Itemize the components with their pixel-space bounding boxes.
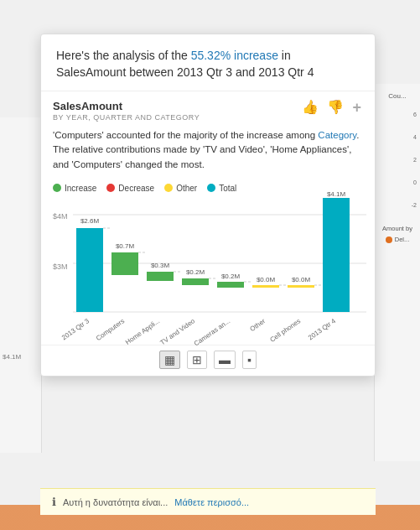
info-text: Αυτή η δυνατότητα είναι... [63,497,168,507]
view-btn-waterfall[interactable]: ▦ [159,351,180,369]
bar-cellphones [288,285,314,288]
category-link[interactable]: Category [318,130,356,140]
tooltip-header: Here's the analysis of the 55.32% increa… [41,34,375,91]
axis-val-neg2: -2 [412,202,417,208]
x-label-cell: Cell phones [268,317,302,344]
legend-decrease-label: Decrease [118,184,154,193]
chart-title-block: SalesAmount BY YEAR, QUARTER AND CATEGOR… [53,100,200,122]
bar-label-computers-val: $0.7M [116,242,135,250]
bar-label-qtr3-val: $2.6M [80,217,100,225]
axis-val-2: 2 [413,157,417,163]
chart-legend: Increase Decrease Other Total [41,180,375,198]
left-axis-label: $4.1M [3,353,21,361]
del-dot [386,236,392,243]
bar-cameras [217,282,244,288]
y-label-4m: $4M [53,212,68,221]
bar-home-appli [147,272,174,281]
legend-decrease: Decrease [106,184,154,193]
x-label-tv: TV and Video [158,317,196,346]
bar-computers [111,252,138,275]
increase-dot [53,184,61,192]
legend-total: Total [207,184,236,193]
chart-actions: 👍 👎 + [300,100,363,115]
axis-val-6: 6 [413,112,417,117]
right-sidebar-title: Cou... [388,92,406,100]
view-btn-chart[interactable]: ▪ [242,351,257,369]
bar-2013-qtr4 [323,198,350,312]
x-label-qtr3: 2013 Qtr 3 [60,317,91,341]
view-btn-bar[interactable]: ▬ [214,351,236,369]
left-sidebar: $4.1M [0,117,42,453]
info-link[interactable]: Μάθετε περισσό... [174,497,249,507]
chart-section: SalesAmount BY YEAR, QUARTER AND CATEGOR… [41,91,375,376]
thumbs-down-button[interactable]: 👎 [325,101,345,114]
right-second-label: Del... [386,236,410,243]
thumbs-up-button[interactable]: 👍 [300,101,320,114]
tooltip-title-period: 2013 Qtr 3 and 2013 Qtr 4 [177,65,314,79]
right-second-title: Amount by [382,225,412,232]
tooltip-title-prefix: Here's the analysis of the [56,49,191,62]
legend-other-label: Other [176,184,197,193]
legend-other: Other [164,184,197,193]
x-label-home: Home Appli... [124,317,161,346]
expand-button[interactable]: + [350,100,363,115]
chart-description: 'Computers' accounted for the majority o… [41,125,375,180]
desc-part1: 'Computers' accounted for the majority o… [53,130,318,140]
legend-total-label: Total [219,184,236,193]
bar-label-tv-val: $0.2M [186,268,205,276]
right-axis: 6 4 2 0 -2 [375,112,420,208]
bar-2013-qtr3 [76,228,103,312]
decrease-dot [106,184,115,192]
axis-val-4: 4 [413,134,417,140]
other-dot [164,184,173,192]
axis-val-0: 0 [413,179,417,185]
tooltip-title: Here's the analysis of the 55.32% increa… [56,48,360,81]
info-bar: ℹ Αυτή η δυνατότητα είναι... Μάθετε περι… [40,488,376,515]
x-label-cameras: Cameras an... [193,317,231,347]
x-label-qtr4: 2013 Qtr 4 [307,317,338,341]
right-sidebar: Cou... 6 4 2 0 -2 Amount by Del... [374,84,420,461]
bar-tv-video [182,278,209,285]
x-label-computers: Computers [95,317,126,342]
legend-increase-label: Increase [65,184,96,193]
del-label: Del... [395,236,410,243]
x-label-other: Other [249,317,267,333]
bar-label-other-val: $0.0M [257,276,276,283]
chart-area: $4M $3M $2.6M $0.7M $0.3M [41,198,375,345]
tooltip-card: Here's the analysis of the 55.32% increa… [40,34,376,377]
waterfall-svg: $4M $3M $2.6M $0.7M $0.3M [49,198,366,336]
chart-subtitle: BY YEAR, QUARTER AND CATEGORY [53,113,200,122]
info-icon: ℹ [52,496,56,508]
bar-label-qtr4-val: $4.1M [327,190,346,198]
chart-footer: ▦ ⊞ ▬ ▪ [41,345,375,376]
bar-label-cam-val: $0.2M [221,273,241,280]
bar-label-home-val: $0.3M [151,262,170,269]
legend-increase: Increase [53,184,96,193]
chart-title: SalesAmount [53,100,200,112]
bar-other [252,285,279,288]
view-btn-grid[interactable]: ⊞ [187,351,207,369]
y-label-3m: $3M [53,262,68,271]
tooltip-highlight: 55.32% increase [191,49,278,62]
bar-label-cell-val: $0.0M [292,276,311,283]
total-dot [207,184,215,192]
chart-header: SalesAmount BY YEAR, QUARTER AND CATEGOR… [41,91,375,125]
